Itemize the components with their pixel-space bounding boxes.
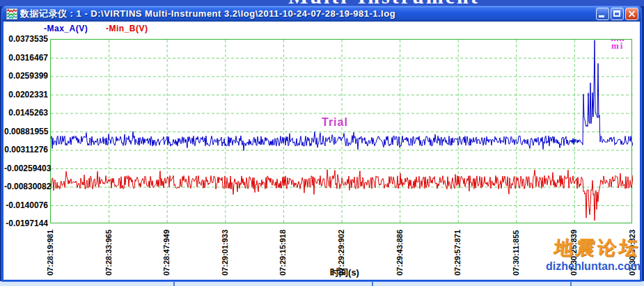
x-axis-tick-label: 07:29:15:918	[278, 230, 287, 276]
y-axis-tick-label: -0.00259403	[4, 164, 48, 173]
data-logger-icon	[6, 8, 17, 19]
multi-instrument-logo: mi	[611, 40, 624, 50]
x-axis-tick-label: 07:29:29:902	[337, 230, 345, 276]
x-axis-tick-label: 07:29:43:886	[395, 230, 404, 276]
x-axis-tick-label: 07:29:01:933	[221, 230, 229, 276]
y-axis-tick-label: -0.0140076	[4, 200, 48, 210]
y-axis-tick-label: -0.0197144	[4, 219, 48, 228]
y-axis-tick-label: 0.0145263	[4, 108, 48, 118]
background-bottom-strip	[0, 281, 644, 286]
minimize-button[interactable]	[596, 8, 609, 20]
y-axis-tick-label: 0.0202331	[4, 90, 48, 100]
x-axis-tick-label: 07:29:57:871	[453, 230, 462, 276]
x-axis-tick-label: 07:28:19:981	[46, 230, 54, 276]
plot-area[interactable]	[50, 39, 632, 223]
y-axis-tick-label: 0.00881955	[4, 127, 48, 136]
legend-item-max-a: -Max_A(V)	[44, 24, 88, 33]
maximize-button[interactable]	[611, 8, 624, 20]
forum-watermark-url: dizhenluntan.com	[536, 260, 641, 273]
y-axis-tick-label: 0.0373535	[4, 34, 48, 44]
maximize-icon	[613, 10, 620, 17]
trial-watermark: Trial	[322, 116, 348, 129]
y-axis-tick-label: 0.00311276	[4, 145, 48, 154]
forum-watermark-chinese: 地震论坛	[535, 235, 642, 260]
forum-watermark: 地震论坛 dizhenluntan.com	[536, 235, 641, 273]
y-axis-tick-label: 0.0259399	[4, 71, 48, 81]
x-axis-tick-label: 07:28:33:965	[104, 230, 113, 276]
x-axis-tick-label: 07:30:11:855	[512, 230, 520, 276]
minimize-icon	[599, 15, 604, 17]
bottom-strip-divider	[173, 281, 175, 286]
legend-item-min-b: -Min_B(V)	[106, 24, 148, 33]
bottom-strip-divider	[570, 281, 572, 286]
x-axis-tick-label: 07:28:47:949	[162, 230, 171, 276]
y-axis-tick-label: -0.00830082	[4, 182, 48, 191]
close-button[interactable]	[625, 8, 638, 20]
title-bar[interactable]: 数据记录仪 : 1 - D:\VIRTINS Multi-Instrument …	[2, 6, 641, 22]
y-axis-tick-label: 0.0316467	[4, 53, 48, 63]
window-title: 数据记录仪 : 1 - D:\VIRTINS Multi-Instrument …	[20, 8, 595, 20]
chart-canvas[interactable]	[51, 40, 633, 224]
bottom-strip-divider	[372, 281, 373, 286]
